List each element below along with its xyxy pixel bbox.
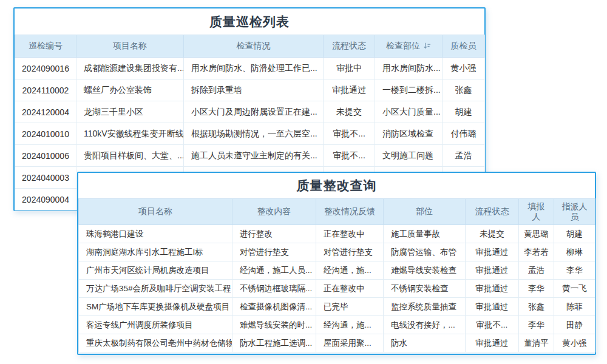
inspection-table-row: 2024010006 贵阳项目样板间、大堂、... 施工人员未遵守业主制定的有关… [15,145,485,167]
cell-quality-inspector[interactable]: 胡建 [443,101,485,123]
cell-inspection-code[interactable]: 2024110002 [15,79,76,101]
cell-project-name[interactable]: 螺丝厂办公室装饰 [76,79,184,101]
cell-inspection-code[interactable]: 2024090004 [15,189,76,211]
cell-process-status: 审批不... [324,145,375,167]
cell-quality-inspector[interactable]: 张鑫 [443,79,485,101]
cell-rectification-feedback: 经沟通，施... [316,261,384,280]
cell-rectification-feedback: 对管进行垫支 [316,243,384,261]
cell-reporter[interactable]: 董清平 [519,334,554,352]
cell-assignee[interactable]: 黄小强 [554,334,595,352]
rectification-table-row: 珠海鹤港口建设 进行整改 正在整改中 施工质量事故 未提交 黄思璐 胡建 [79,225,595,243]
cell-process-status: 审批不... [324,123,375,145]
rectification-table-row: SM广场地下车库更换摄像机及硬盘项目 检查摄像机图像清... 已完毕 监控系统质… [79,298,595,316]
cell-process-status: 审批不... [466,316,519,334]
cell-project-name[interactable]: 重庆太极制药有限公司亳州中药材仓储物流 [79,334,232,352]
cell-rectification-feedback: 正在整改中 [316,280,384,298]
cell-inspection-situation: 施工人员未遵守业主制定的有关... [184,145,324,167]
cell-inspection-situation: 拆除到承重墙 [184,79,324,101]
cell-inspection-code[interactable]: 2024010006 [15,145,76,167]
cell-quality-inspector[interactable]: 付伟璐 [443,123,485,145]
cell-inspection-part: 文明施工问题 [375,145,443,167]
col-header-assignee: 指派人员 [554,199,595,225]
inspection-header-row: 巡检编号 项目名称 检查情况 流程状态 检查部位 质检员 [15,35,485,58]
rectification-query-window: 质量整改查询 项目名称 整改内容 整改情况反馈 部位 流程状态 填报人 指派人员… [77,172,596,355]
cell-process-status: 审批通过 [466,334,519,352]
cell-reporter[interactable]: 张鑫 [519,298,554,316]
cell-process-status: 审批通过 [466,243,519,261]
cell-rectification-feedback: 经沟通，施... [316,316,384,334]
cell-process-status: 未提交 [466,225,519,243]
cell-part: 难燃导线安装检查 [384,261,466,280]
inspection-table-row: 2024090016 成都能源建设集团投资有... 用水房间防水、防滑处理工作已… [15,58,485,79]
rectification-table: 项目名称 整改内容 整改情况反馈 部位 流程状态 填报人 指派人员 珠海鹤港口建… [78,198,595,352]
col-header-process-status: 流程状态 [324,35,375,58]
cell-reporter[interactable]: 李若若 [519,243,554,261]
cell-inspection-code[interactable]: 2024120004 [15,101,76,123]
cell-project-name[interactable]: 珠海鹤港口建设 [79,225,232,243]
rectification-table-row: 湖南洞庭湖水库引水工程施工I标 对管进行垫支 对管进行垫支 防腐管运输、布管 审… [79,243,595,261]
cell-assignee[interactable]: 黄一飞 [554,280,595,298]
cell-project-name[interactable]: 湖南洞庭湖水库引水工程施工I标 [79,243,232,261]
cell-rectification-feedback: 正在整改中 [316,225,384,243]
cell-process-status: 审批中 [324,58,375,79]
cell-inspection-situation: 小区大门及周边附属设置正在建... [184,101,324,123]
cell-quality-inspector[interactable]: 孟浩 [443,145,485,167]
cell-assignee[interactable]: 胡建 [554,225,595,243]
cell-rectification-feedback: 屋面采用聚... [316,334,384,352]
cell-rectification-content: 难燃导线安装的时... [232,316,316,334]
inspection-table-row: 2024120004 龙湖三千里小区 小区大门及周边附属设置正在建... 未提交… [15,101,485,123]
cell-rectification-feedback: 已完毕 [316,298,384,316]
col-header-project-name: 项目名称 [79,199,232,225]
cell-inspection-part: 消防区域检查 [375,123,443,145]
cell-rectification-content: 检查摄像机图像清... [232,298,316,316]
sort-descending-icon[interactable] [423,42,431,52]
cell-quality-inspector[interactable]: 黄小强 [443,58,485,79]
cell-inspection-code[interactable]: 2024090016 [15,58,76,79]
cell-part: 防腐管运输、布管 [384,243,466,261]
cell-inspection-part: 一楼到二楼拆... [375,79,443,101]
col-header-inspection-part[interactable]: 检查部位 [375,35,443,58]
cell-inspection-situation: 用水房间防水、防滑处理工作已... [184,58,324,79]
cell-reporter[interactable]: 李华 [519,316,554,334]
cell-part: 防水 [384,334,466,352]
cell-reporter[interactable]: 李华 [519,280,554,298]
cell-process-status: 审批通过 [466,261,519,280]
cell-inspection-code[interactable]: 2024010010 [15,123,76,145]
cell-reporter[interactable]: 孟浩 [519,261,554,280]
cell-part: 电线没有接好，... [384,316,466,334]
cell-rectification-content: 防水工程施工选调... [232,334,316,352]
cell-part: 施工质量事故 [384,225,466,243]
rectification-table-row: 重庆太极制药有限公司亳州中药材仓储物流 防水工程施工选调... 屋面采用聚...… [79,334,595,352]
cell-assignee[interactable]: 柳琳 [554,243,595,261]
cell-inspection-part: 用水房间防水... [375,58,443,79]
col-header-reporter: 填报人 [519,199,554,225]
col-header-rectification-content: 整改内容 [232,199,316,225]
cell-process-status: 审批通过 [466,280,519,298]
inspection-table-row: 2024110002 螺丝厂办公室装饰 拆除到承重墙 审批通过 一楼到二楼拆..… [15,79,485,101]
cell-project-name[interactable]: 客运专线广州调度所装修项目 [79,316,232,334]
cell-part: 监控系统质量抽查 [384,298,466,316]
rectification-query-title: 质量整改查询 [78,173,595,198]
cell-assignee[interactable]: 陈菲 [554,298,595,316]
cell-project-name[interactable]: 龙湖三千里小区 [76,101,184,123]
cell-part: 不锈钢安装检查 [384,280,466,298]
cell-project-name[interactable]: 贵阳项目样板间、大堂、... [76,145,184,167]
cell-rectification-content: 经沟通，施工人员... [232,261,316,280]
col-header-inspection-situation: 检查情况 [184,35,324,58]
cell-project-name[interactable]: 110kV安徽线程集变开断线... [76,123,184,145]
cell-reporter[interactable]: 黄思璐 [519,225,554,243]
cell-process-status: 审批通过 [466,298,519,316]
cell-inspection-code[interactable]: 2024040003 [15,167,76,189]
cell-project-name[interactable]: 万达广场35#会所及咖啡厅空调安装工程 [79,280,232,298]
rectification-table-row: 万达广场35#会所及咖啡厅空调安装工程 不锈钢边框玻璃隔... 正在整改中 不锈… [79,280,595,298]
rectification-table-row: 客运专线广州调度所装修项目 难燃导线安装的时... 经沟通，施... 电线没有接… [79,316,595,334]
cell-project-name[interactable]: 成都能源建设集团投资有... [76,58,184,79]
cell-project-name[interactable]: SM广场地下车库更换摄像机及硬盘项目 [79,298,232,316]
inspection-table-row: 2024010010 110kV安徽线程集变开断线... 根据现场勘测情况，一至… [15,123,485,145]
col-header-process-status: 流程状态 [466,199,519,225]
cell-inspection-part: 小区大门质量... [375,101,443,123]
cell-assignee[interactable]: 田静 [554,316,595,334]
cell-assignee[interactable]: 李华 [554,261,595,280]
col-header-inspection-code: 巡检编号 [15,35,76,58]
cell-project-name[interactable]: 广州市天河区统计局机房改造项目 [79,261,232,280]
